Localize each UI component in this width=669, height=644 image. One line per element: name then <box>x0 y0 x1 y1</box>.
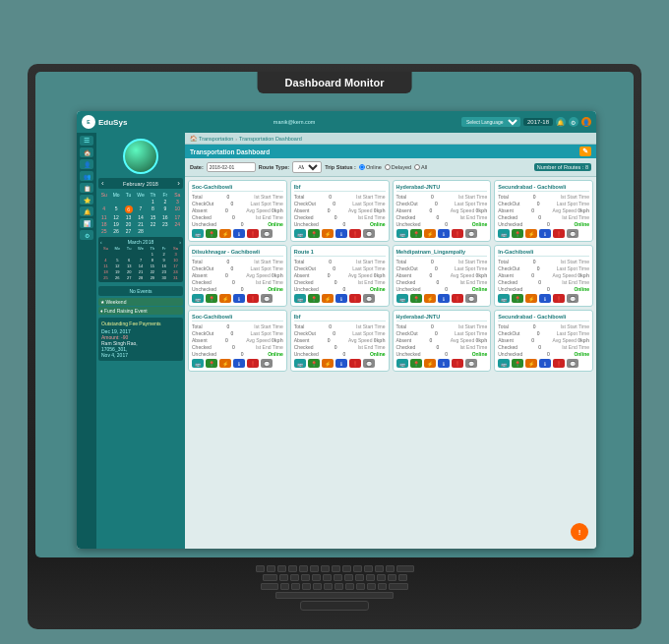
cal-day[interactable]: 11 <box>98 214 109 220</box>
sidebar-bell-icon[interactable]: 🔔 <box>80 206 93 216</box>
card-4-btn-msg[interactable]: 💬 <box>567 229 578 238</box>
sidebar-gear-icon[interactable]: ⚙ <box>80 230 93 240</box>
card-2-btn-bus[interactable]: 🚌 <box>294 229 306 238</box>
card-3-btn-alert[interactable]: ⚡ <box>424 229 436 238</box>
card-7-btn-bus[interactable]: 🚌 <box>396 294 408 303</box>
card-9-btn-msg[interactable]: 💬 <box>261 359 273 368</box>
card-7-btn-info[interactable]: ℹ <box>438 294 450 303</box>
cal-day[interactable]: 19 <box>110 221 121 227</box>
card-10-btn-info[interactable]: ℹ <box>335 359 347 368</box>
card-8-btn-msg[interactable]: 💬 <box>567 294 578 303</box>
card-10-btn-bus[interactable]: 🚌 <box>294 359 306 368</box>
card-9-btn-map[interactable]: 📍 <box>206 359 217 368</box>
card-4-btn-alert[interactable]: ⚡ <box>525 229 537 238</box>
card-5-btn-map[interactable]: 📍 <box>206 294 217 303</box>
card-10-btn-alert[interactable]: ⚡ <box>322 359 334 368</box>
card-2-btn-msg[interactable]: 💬 <box>363 229 375 238</box>
cal-day[interactable]: 13 <box>123 214 134 220</box>
cal-day[interactable]: 9 <box>159 205 170 213</box>
breadcrumb-dashboard-link[interactable]: Transportation Dashboard <box>239 136 302 142</box>
card-1-btn-warn[interactable]: ❗ <box>247 229 259 238</box>
cal-day[interactable] <box>98 199 109 205</box>
cal-next-button[interactable]: › <box>177 179 180 188</box>
cal-day[interactable]: 1 <box>148 199 158 205</box>
cal-day[interactable] <box>110 199 121 205</box>
sidebar-home-icon[interactable]: 🏠 <box>80 147 93 157</box>
card-6-btn-msg[interactable]: 💬 <box>363 294 375 303</box>
card-12-btn-map[interactable]: 📍 <box>512 359 523 368</box>
card-11-btn-msg[interactable]: 💬 <box>465 359 477 368</box>
edit-icon[interactable]: ✎ <box>579 146 591 156</box>
language-select[interactable]: Select Language <box>461 117 520 127</box>
card-1-btn-map[interactable]: 📍 <box>206 229 217 238</box>
cal-day[interactable]: 16 <box>159 214 170 220</box>
cal-day[interactable]: 18 <box>98 221 109 227</box>
card-2-btn-alert[interactable]: ⚡ <box>322 229 334 238</box>
card-6-btn-map[interactable]: 📍 <box>308 294 320 303</box>
sidebar-star-icon[interactable]: ⭐ <box>80 195 93 205</box>
card-6-btn-alert[interactable]: ⚡ <box>322 294 334 303</box>
card-5-btn-warn[interactable]: ❗ <box>247 294 259 303</box>
card-7-btn-map[interactable]: 📍 <box>410 294 422 303</box>
card-6-btn-bus[interactable]: 🚌 <box>294 294 306 303</box>
cal-day[interactable]: 7 <box>135 205 146 213</box>
cal-day[interactable] <box>123 199 134 205</box>
card-11-btn-warn[interactable]: ❗ <box>452 359 463 368</box>
card-11-btn-map[interactable]: 📍 <box>410 359 422 368</box>
settings-icon[interactable]: ⚙ <box>569 117 578 127</box>
cal-day[interactable]: 14 <box>135 214 146 220</box>
card-9-btn-alert[interactable]: ⚡ <box>219 359 231 368</box>
card-4-btn-warn[interactable]: ❗ <box>553 229 565 238</box>
card-12-btn-alert[interactable]: ⚡ <box>525 359 537 368</box>
sidebar-list-icon[interactable]: 📋 <box>80 183 93 193</box>
card-6-btn-warn[interactable]: ❗ <box>349 294 361 303</box>
card-8-btn-bus[interactable]: 🚌 <box>498 294 510 303</box>
sidebar-menu-icon[interactable]: ☰ <box>80 136 93 146</box>
cal-day[interactable]: 26 <box>110 228 121 234</box>
card-8-btn-alert[interactable]: ⚡ <box>525 294 537 303</box>
cal-day[interactable] <box>135 199 146 205</box>
cal-day[interactable]: 5 <box>110 205 121 213</box>
card-7-btn-warn[interactable]: ❗ <box>452 294 463 303</box>
card-12-btn-bus[interactable]: 🚌 <box>498 359 510 368</box>
card-2-btn-info[interactable]: ℹ <box>335 229 347 238</box>
cal-day[interactable]: 2 <box>159 199 170 205</box>
cal-day[interactable]: 21 <box>135 221 146 227</box>
card-2-btn-warn[interactable]: ❗ <box>349 229 361 238</box>
touchpad[interactable] <box>300 601 369 611</box>
card-4-btn-info[interactable]: ℹ <box>539 229 551 238</box>
card-9-btn-bus[interactable]: 🚌 <box>192 359 204 368</box>
card-2-btn-map[interactable]: 📍 <box>308 229 320 238</box>
cal-prev-button[interactable]: ‹ <box>101 179 104 188</box>
card-8-btn-map[interactable]: 📍 <box>512 294 523 303</box>
card-9-btn-info[interactable]: ℹ <box>233 359 245 368</box>
card-6-btn-info[interactable]: ℹ <box>335 294 347 303</box>
card-12-btn-msg[interactable]: 💬 <box>567 359 578 368</box>
card-7-btn-msg[interactable]: 💬 <box>465 294 477 303</box>
card-5-btn-info[interactable]: ℹ <box>233 294 245 303</box>
card-4-btn-map[interactable]: 📍 <box>512 229 523 238</box>
card-3-btn-msg[interactable]: 💬 <box>465 229 477 238</box>
card-11-btn-bus[interactable]: 🚌 <box>396 359 408 368</box>
card-8-btn-warn[interactable]: ❗ <box>553 294 565 303</box>
card-1-btn-info[interactable]: ℹ <box>233 229 245 238</box>
cal-day[interactable]: 28 <box>135 228 146 234</box>
card-10-btn-map[interactable]: 📍 <box>308 359 320 368</box>
cal-day[interactable]: 15 <box>148 214 158 220</box>
cal-day[interactable]: 4 <box>98 205 109 213</box>
card-1-btn-bus[interactable]: 🚌 <box>192 229 204 238</box>
card-1-btn-msg[interactable]: 💬 <box>261 229 273 238</box>
status-online-radio[interactable]: Online <box>359 164 382 170</box>
card-5-btn-bus[interactable]: 🚌 <box>192 294 204 303</box>
sidebar-chart-icon[interactable]: 📊 <box>80 218 93 228</box>
card-12-btn-info[interactable]: ℹ <box>539 359 551 368</box>
cal-day[interactable]: 3 <box>172 199 183 205</box>
status-all-radio[interactable]: All <box>414 164 427 170</box>
cal-day[interactable]: 8 <box>148 205 158 213</box>
notif-icon[interactable]: 🔔 <box>556 117 566 127</box>
status-delayed-radio[interactable]: Delayed <box>385 164 411 170</box>
card-11-btn-info[interactable]: ℹ <box>438 359 450 368</box>
card-5-btn-alert[interactable]: ⚡ <box>219 294 231 303</box>
card-12-btn-warn[interactable]: ❗ <box>553 359 565 368</box>
cal-day[interactable]: 10 <box>172 205 183 213</box>
